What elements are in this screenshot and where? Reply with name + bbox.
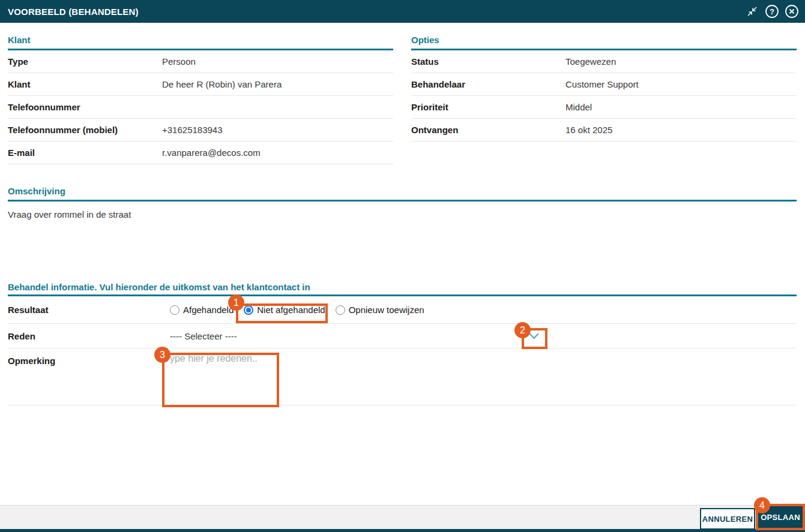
opmerking-textarea[interactable] bbox=[164, 353, 277, 401]
field-row-telefoonnummer-mobiel: Telefoonnummer (mobiel) +31625183943 bbox=[8, 119, 393, 142]
section-klant: Klant Type Persoon Klant De heer R (Robi… bbox=[8, 35, 393, 164]
field-row-type: Type Persoon bbox=[8, 50, 393, 73]
section-opties: Opties Status Toegewezen Behandelaar Cus… bbox=[411, 35, 797, 142]
field-label: Type bbox=[8, 56, 162, 67]
field-label: Klant bbox=[8, 79, 162, 89]
radio-label[interactable]: Niet afgehandeld bbox=[257, 305, 325, 315]
dialog-titlebar: VOORBEELD (BEHANDELEN) ? bbox=[0, 0, 805, 23]
opmerking-row: Opmerking bbox=[8, 348, 797, 405]
field-row-telefoonnummer: Telefoonnummer bbox=[8, 96, 393, 119]
field-value: +31625183943 bbox=[162, 125, 223, 135]
field-label: Ontvangen bbox=[411, 125, 565, 135]
radio-circle[interactable] bbox=[336, 305, 345, 315]
field-row-ontvangen: Ontvangen 16 okt 2025 bbox=[411, 119, 797, 142]
field-label: Prioriteit bbox=[411, 102, 565, 112]
cancel-button[interactable]: ANNULEREN bbox=[700, 508, 755, 530]
field-row-klant: Klant De heer R (Robin) van Parera bbox=[8, 73, 393, 96]
field-row-email: E-mail r.vanparera@decos.com bbox=[8, 142, 393, 164]
footer-bar bbox=[0, 505, 805, 529]
section-behandel-informatie: Behandel informatie. Vul hieronder de ui… bbox=[8, 282, 797, 405]
reden-select[interactable]: ---- Selecteer ---- bbox=[162, 331, 237, 341]
section-omschrijving-title: Omschrijving bbox=[8, 186, 797, 202]
section-omschrijving: Omschrijving Vraag over rommel in de str… bbox=[8, 186, 797, 220]
field-label: E-mail bbox=[8, 148, 162, 158]
field-value: r.vanparera@decos.com bbox=[162, 148, 261, 158]
chevron-down-icon[interactable] bbox=[528, 332, 540, 342]
svg-text:?: ? bbox=[770, 7, 774, 16]
dialog-voorbeeld-behandelen: VOORBEELD (BEHANDELEN) ? bbox=[0, 0, 805, 532]
bottom-border-strip bbox=[0, 529, 805, 532]
field-value: Toegewezen bbox=[565, 56, 616, 67]
dialog-title: VOORBEELD (BEHANDELEN) bbox=[8, 7, 139, 17]
radio-opnieuw-toewijzen[interactable]: Opnieuw toewijzen bbox=[336, 305, 424, 315]
radio-label[interactable]: Opnieuw toewijzen bbox=[349, 305, 424, 315]
reden-label: Reden bbox=[8, 331, 162, 341]
field-value: 16 okt 2025 bbox=[565, 125, 612, 135]
titlebar-icons: ? bbox=[745, 4, 799, 19]
field-row-prioriteit: Prioriteit Middel bbox=[411, 96, 797, 119]
field-row-behandelaar: Behandelaar Customer Support bbox=[411, 73, 797, 96]
field-label: Status bbox=[411, 56, 565, 67]
close-icon[interactable] bbox=[785, 4, 799, 19]
omschrijving-text: Vraag over rommel in de straat bbox=[8, 209, 797, 220]
section-opties-title: Opties bbox=[411, 35, 797, 50]
field-row-status: Status Toegewezen bbox=[411, 50, 797, 73]
field-value: Middel bbox=[565, 102, 592, 112]
radio-circle[interactable] bbox=[244, 305, 253, 315]
radio-afgehandeld[interactable]: Afgehandeld bbox=[170, 305, 234, 315]
field-label: Behandelaar bbox=[411, 79, 565, 89]
section-behandel-title: Behandel informatie. Vul hieronder de ui… bbox=[8, 282, 797, 296]
field-value: Persoon bbox=[162, 56, 196, 67]
reden-row: Reden ---- Selecteer ---- bbox=[8, 324, 797, 348]
save-button[interactable]: OPSLAAN bbox=[758, 506, 803, 528]
radio-circle[interactable] bbox=[170, 305, 179, 315]
collapse-icon[interactable] bbox=[745, 4, 759, 19]
field-label: Telefoonnummer (mobiel) bbox=[8, 125, 162, 135]
resultaat-label: Resultaat bbox=[8, 305, 162, 315]
resultaat-row: Resultaat Afgehandeld Niet afgehandeld O… bbox=[8, 296, 797, 324]
field-value: Customer Support bbox=[565, 79, 639, 89]
help-icon[interactable]: ? bbox=[765, 4, 779, 19]
radio-niet-afgehandeld[interactable]: Niet afgehandeld bbox=[244, 305, 325, 315]
opmerking-label: Opmerking bbox=[8, 348, 162, 366]
field-label: Telefoonnummer bbox=[8, 102, 162, 112]
resultaat-radio-group: Afgehandeld Niet afgehandeld Opnieuw toe… bbox=[170, 305, 424, 315]
section-klant-title: Klant bbox=[8, 35, 393, 50]
radio-label[interactable]: Afgehandeld bbox=[183, 305, 234, 315]
save-button-highlight: OPSLAAN bbox=[756, 504, 805, 530]
field-value: De heer R (Robin) van Parera bbox=[162, 79, 282, 89]
